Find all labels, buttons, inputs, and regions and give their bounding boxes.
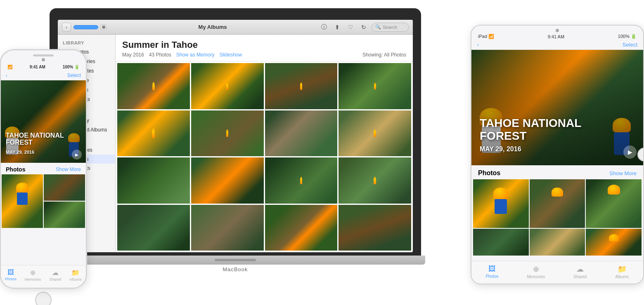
iphone-back-button[interactable]: ‹ [6, 73, 7, 78]
iphone-nav-albums[interactable]: 📁 Albums [69, 269, 82, 282]
photo-cell-3[interactable] [265, 63, 338, 109]
ipad-show-more[interactable]: Show More [609, 170, 637, 176]
album-count: 43 Photos [149, 52, 171, 58]
show-as-memory-link[interactable]: Show as Memory [176, 52, 215, 58]
share-icon[interactable]: ⬆ [332, 22, 343, 33]
search-field[interactable]: 🔍 Search [372, 23, 409, 32]
ipad-photo-4[interactable] [473, 229, 529, 256]
iphone-mini-photo-3[interactable] [44, 202, 85, 228]
album-header: Summer in Tahoe May 2016 43 Photos Show … [116, 35, 413, 61]
ipad-play-button[interactable]: ▶ [623, 145, 637, 159]
ipad-nav-albums[interactable]: 📁 Albums [615, 265, 629, 279]
iphone-camera [42, 58, 45, 61]
macbook-screen: ‹ ⊞ My Albums ⓘ ⬆ ♡ ↻ 🔍 Search [58, 20, 413, 252]
memories-tab-icon: ⊕ [30, 269, 36, 277]
photo-cell-15[interactable] [265, 205, 338, 251]
progress-bar [73, 25, 98, 29]
ipad-status-bar: iPad 📶 9:41 AM 100% 🔋 [471, 33, 643, 40]
photos-tab-icon: 🖼 [7, 269, 14, 276]
shared-tab-label: Shared [49, 277, 61, 282]
photo-cell-11[interactable] [265, 157, 338, 204]
macbook-notch [215, 259, 256, 261]
search-icon: 🔍 [375, 24, 381, 30]
iphone-show-more[interactable]: Show More [56, 167, 81, 172]
photo-cell-5[interactable] [117, 110, 190, 157]
ipad-nav-shared[interactable]: ☁ Shared [573, 265, 587, 279]
photo-cell-7[interactable] [265, 110, 338, 157]
library-label: Library [58, 39, 115, 47]
ipad-nav-photos[interactable]: 🖼 Photos [485, 265, 498, 279]
toolbar-icons: ⓘ ⬆ ♡ ↻ 🔍 Search [319, 22, 409, 33]
ipad-photo-grid [473, 179, 642, 256]
photo-cell-12[interactable] [339, 157, 411, 204]
photo-cell-9[interactable] [117, 157, 190, 204]
iphone: 📶 9:41 AM 100% 🔋 ‹ Select [0, 49, 87, 289]
album-date: May 2016 [122, 52, 144, 58]
grid-icon[interactable]: ⊞ [101, 24, 107, 30]
ipad-frame: iPad 📶 9:41 AM 100% 🔋 ‹ Select [471, 25, 644, 284]
iphone-photos-title: Photos [6, 166, 25, 173]
info-icon[interactable]: ⓘ [319, 22, 329, 33]
ipad-photo-6[interactable] [586, 229, 642, 256]
macbook: ‹ ⊞ My Albums ⓘ ⬆ ♡ ↻ 🔍 Search [50, 8, 421, 289]
photo-cell-8[interactable] [339, 110, 411, 157]
macbook-base [45, 256, 425, 265]
ipad-select-button[interactable]: Select [623, 42, 637, 48]
phone-status-bar: 📶 9:41 AM 100% 🔋 [1, 63, 86, 71]
ipad-battery: 100% 🔋 [618, 34, 637, 39]
ipad-shared-tab-label: Shared [573, 274, 587, 279]
ipad-memories-tab-icon: ⊕ [533, 265, 539, 274]
iphone-nav-memories[interactable]: ⊕ Memories [25, 269, 41, 282]
albums-tab-icon: 📁 [71, 269, 80, 277]
iphone-frame: 📶 9:41 AM 100% 🔋 ‹ Select [0, 49, 87, 289]
ipad-photo-1[interactable] [473, 179, 529, 228]
rotate-icon[interactable]: ↻ [358, 22, 369, 33]
photo-cell-2[interactable] [191, 63, 264, 109]
album-meta: May 2016 43 Photos Show as Memory Slides… [122, 52, 406, 58]
photo-cell-1[interactable] [117, 63, 190, 109]
photo-cell-10[interactable] [191, 157, 264, 204]
ipad-back-button[interactable]: ‹ [477, 42, 479, 48]
ipad-memory-card[interactable]: TAHOE NATIONALFOREST MAY 29, 2016 ▶ [471, 50, 643, 165]
iphone-memory-title: TAHOE NATIONAL FOREST [6, 132, 86, 146]
iphone-mini-photo-1[interactable] [2, 174, 43, 228]
ipad-photos-tab-icon: 🖼 [488, 265, 496, 273]
iphone-battery: 100% 🔋 [63, 65, 79, 69]
photos-tab-label: Photos [5, 277, 17, 281]
ipad-photos-header: Photos Show More [471, 165, 643, 179]
iphone-select-button[interactable]: Select [67, 73, 81, 78]
iphone-home-button[interactable] [35, 292, 52, 305]
memories-tab-label: Memories [25, 277, 41, 282]
iphone-nav-shared[interactable]: ☁ Shared [49, 269, 61, 282]
ipad-photo-5[interactable] [530, 229, 585, 256]
favorite-icon[interactable]: ♡ [345, 22, 356, 33]
albums-tab-label: Albums [69, 277, 82, 282]
photo-cell-16[interactable] [339, 205, 411, 251]
search-placeholder: Search [383, 25, 397, 30]
iphone-mini-grid [2, 174, 85, 228]
phone-nav-bar: ‹ Select [1, 71, 86, 80]
back-button[interactable]: ‹ [62, 23, 71, 32]
iphone-nav-photos[interactable]: 🖼 Photos [5, 269, 17, 281]
ipad-photo-2[interactable] [530, 179, 585, 228]
photo-cell-13[interactable] [117, 205, 190, 251]
ipad-nav-memories[interactable]: ⊕ Memories [527, 265, 545, 279]
iphone-memory-date: MAY 29, 2016 [6, 150, 34, 155]
album-showing: Showing: All Photos [362, 52, 406, 58]
ipad-photo-3[interactable] [586, 179, 642, 228]
iphone-memory-card[interactable]: TAHOE NATIONAL FOREST MAY 29, 2016 ▶ [1, 80, 86, 163]
slideshow-link[interactable]: Slideshow [219, 52, 242, 58]
ipad-photos-title: Photos [478, 169, 500, 177]
macbook-frame: ‹ ⊞ My Albums ⓘ ⬆ ♡ ↻ 🔍 Search [50, 8, 421, 256]
photo-cell-6[interactable] [191, 110, 264, 157]
ipad-memory-title: TAHOE NATIONALFOREST [480, 117, 581, 143]
ipad-camera [556, 29, 559, 32]
photo-cell-14[interactable] [191, 205, 264, 251]
iphone-mini-photo-2[interactable] [44, 174, 85, 201]
ipad-nav-bar: ‹ Select [471, 40, 643, 50]
photo-cell-4[interactable] [339, 63, 411, 109]
iphone-play-button[interactable]: ▶ [72, 150, 82, 160]
iphone-photos-header: Photos Show More [1, 163, 86, 174]
mac-toolbar: ‹ ⊞ My Albums ⓘ ⬆ ♡ ↻ 🔍 Search [58, 20, 413, 35]
photo-grid [116, 61, 413, 252]
